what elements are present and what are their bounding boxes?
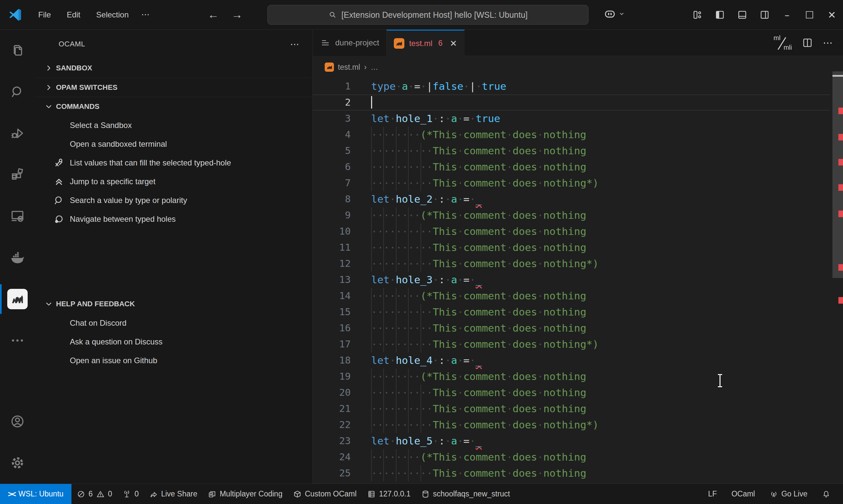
help-open-an-issue-on-github[interactable]: Open an issue on Github [35,351,312,370]
code-line-14[interactable]: 14········(*This·comment·does·nothing [313,288,843,304]
code-line-23[interactable]: 23let·hole_5·:·a·=·_ [313,433,843,449]
menu-selection[interactable]: Selection [90,7,135,23]
status-multiplayer-coding[interactable]: Multiplayer Coding [203,484,288,504]
code-line-1[interactable]: 1type·a·=·|false·|·true [313,78,843,94]
status-bar-left: ><WSL: Ubuntu600Live ShareMultiplayer Co… [0,484,515,504]
code-line-4[interactable]: 4········(*This·comment·does·nothing [313,127,843,143]
tab-test-ml[interactable]: test.ml6✕ [386,30,464,56]
activity-item-more-views[interactable] [0,320,35,361]
command-search-a-value-by-type-or-polarity[interactable]: Search a value by type or polarity [35,191,312,210]
code-line-20[interactable]: 20··········This·comment·does·nothing [313,384,843,401]
menu-more-button[interactable]: ⋯ [135,6,156,23]
command-list-values-that-can-fill-the-selected-t[interactable]: List values that can fill the selected t… [35,153,312,172]
activity-item-extensions[interactable] [0,154,35,195]
line-number: 16 [313,320,351,336]
code-line-12[interactable]: 12··········This·comment·does·nothing*) [313,256,843,272]
toggle-panel-button[interactable] [731,0,753,30]
status-database[interactable]: schoolfaqs_new_struct [416,484,515,504]
code-line-3[interactable]: 3let·hole_1·:·a·=·true [313,110,843,127]
tab-close-icon[interactable]: ✕ [450,38,457,48]
activity-item-remote-explorer[interactable] [0,195,35,237]
breadcrumb-more[interactable]: … [371,63,378,72]
status-problems[interactable]: 60 [71,484,118,504]
command-label: Navigate between typed holes [70,215,176,224]
command-jump-to-a-specific-target[interactable]: Jump to a specific target [35,172,312,191]
status-bar: ><WSL: Ubuntu600Live ShareMultiplayer Co… [0,484,843,504]
breadcrumb[interactable]: test.ml › … [313,56,843,78]
tools-icon [51,157,67,168]
error-icon [77,490,85,499]
copilot-menu[interactable] [603,7,625,20]
maximize-button[interactable]: ☐ [798,0,821,30]
activity-item-accounts[interactable] [0,401,35,442]
activity-item-run-debug[interactable] [0,112,35,154]
status-custom-ocaml[interactable]: Custom OCaml [288,484,362,504]
code-line-9[interactable]: 9········(*This·comment·does·nothing [313,207,843,223]
forward-button[interactable]: → [229,8,245,21]
code-line-2[interactable]: 2 [313,94,843,110]
extensions-icon [10,167,25,182]
docker-icon [10,250,25,265]
command-open-a-sandboxed-terminal[interactable]: Open a sandboxed terminal [35,134,312,153]
breadcrumb-file[interactable]: test.ml [338,63,360,72]
code-line-15[interactable]: 15··········This·comment·does·nothing [313,304,843,320]
status-notifications[interactable] [815,484,838,504]
line-number: 11 [313,239,351,256]
status-remote-indicator[interactable]: ><WSL: Ubuntu [0,484,71,504]
code-line-8[interactable]: 8let·hole_2·:·a·=·_ [313,191,843,207]
command-navigate-between-typed-holes[interactable]: Navigate between typed holes [35,210,312,228]
status-label: 6 [89,489,93,499]
section-opam-switches[interactable]: OPAM SWITCHES [35,78,312,97]
toggle-primary-sidebar-button[interactable] [709,0,731,30]
activity-item-ocaml[interactable] [0,278,35,320]
code-line-25[interactable]: 25··········This·comment·does·nothing [313,465,843,481]
split-editor-icon[interactable] [802,37,813,48]
code-line-16[interactable]: 16··········This·comment·does·nothing [313,320,843,336]
tab-label: dune-project [335,38,379,47]
code-editor[interactable]: 1type·a·=·|false·|·true23let·hole_1·:·a·… [313,78,843,481]
section-sandbox[interactable]: SANDBOX [35,58,312,78]
code-line-17[interactable]: 17··········This·comment·does·nothing*) [313,336,843,352]
command-center[interactable]: [Extension Development Host] hello [WSL:… [268,5,588,25]
code-line-24[interactable]: 24········(*This·comment·does·nothing [313,449,843,465]
status-go-live[interactable]: Go Live [762,484,815,504]
editor-more-actions-button[interactable]: ⋯ [823,37,834,48]
menu-edit[interactable]: Edit [60,7,87,23]
minimize-button[interactable]: – [776,0,798,30]
code-line-18[interactable]: 18let·hole_4·:·a·=·_ [313,352,843,368]
code-line-5[interactable]: 5··········This·comment·does·nothing [313,143,843,159]
command-select-a-sandbox[interactable]: Select a Sandbox [35,116,312,134]
activity-item-settings[interactable] [0,442,35,484]
switch-ml-mli-button[interactable]: ml mli [773,34,792,51]
code-line-22[interactable]: 22··········This·comment·does·nothing*) [313,417,843,433]
menu-file[interactable]: File [32,7,58,23]
code-line-10[interactable]: 10··········This·comment·does·nothing [313,223,843,239]
help-ask-a-question-on-discuss[interactable]: Ask a question on Discuss [35,332,312,351]
activity-item-explorer[interactable] [0,30,35,71]
code-line-7[interactable]: 7··········This·comment·does·nothing*) [313,175,843,191]
customize-layout-button[interactable] [686,0,709,30]
code-line-21[interactable]: 21··········This·comment·does·nothing [313,401,843,417]
code-line-13[interactable]: 13let·hole_3·:·a·=·_ [313,272,843,288]
status-ports[interactable]: 0 [117,484,144,504]
status-eol[interactable]: LF [701,484,724,504]
section-help-and-feedback[interactable]: HELP AND FEEDBACK [35,294,312,313]
status-live-share[interactable]: Live Share [144,484,203,504]
status-language-mode[interactable]: OCaml [724,484,762,504]
section-commands[interactable]: COMMANDS [35,97,312,116]
code-line-11[interactable]: 11··········This·comment·does·nothing [313,239,843,256]
back-button[interactable]: ← [206,8,221,21]
toggle-secondary-sidebar-button[interactable] [753,0,776,30]
mlmli-bottom-label: mli [784,44,792,51]
activity-item-docker[interactable] [0,237,35,278]
help-chat-on-discord[interactable]: Chat on Discord [35,313,312,332]
tab-dune-project[interactable]: dune-project [313,30,386,56]
code-line-19[interactable]: 19········(*This·comment·does·nothing [313,368,843,384]
activity-item-search[interactable] [0,71,35,112]
sidebar-more-actions-button[interactable]: ⋯ [287,39,303,50]
close-button[interactable]: ✕ [821,0,843,30]
command-label: Open a sandboxed terminal [70,140,167,149]
code-line-6[interactable]: 6··········This·comment·does·nothing [313,159,843,175]
status-server-address[interactable]: 127.0.0.1 [362,484,416,504]
vertical-scrollbar[interactable] [832,71,843,278]
